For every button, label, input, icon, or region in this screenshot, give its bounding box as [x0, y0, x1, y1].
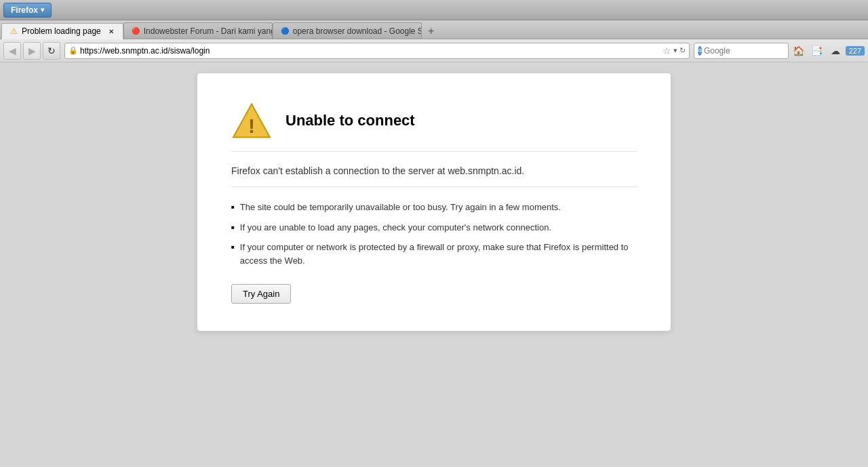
error-card: ! Unable to connect Firefox can't establ… — [197, 73, 671, 331]
error-title: Unable to connect — [285, 112, 415, 129]
user-count: 227 — [849, 47, 861, 55]
nav-bar: ◀ ▶ ↻ 🔒 ☆ ▾ ↻ G 🏠 📑 ☁ 227 — [0, 39, 868, 62]
sync-button[interactable]: ☁ — [827, 43, 844, 59]
url-input[interactable] — [80, 46, 660, 56]
reload-icon[interactable]: ↻ — [679, 46, 686, 55]
tab-google-icon: 🔵 — [280, 26, 290, 36]
bookmark-down-icon[interactable]: ▾ — [673, 46, 677, 55]
tab-label: opera browser download - Google Se... — [293, 26, 422, 36]
user-count-badge[interactable]: 227 — [846, 46, 865, 56]
error-header: ! Unable to connect — [231, 100, 637, 152]
tab-label: Indowebster Forum - Dari kami yang ... — [144, 26, 273, 36]
home-button[interactable]: 🏠 — [791, 43, 807, 59]
bullet-text: If your computer or network is protected… — [240, 241, 637, 267]
tab-indowebster[interactable]: 🔴 Indowebster Forum - Dari kami yang ...… — [123, 22, 273, 39]
back-button[interactable]: ◀ — [3, 42, 21, 60]
firefox-label: Firefox — [11, 5, 38, 15]
tab-label: Problem loading page — [22, 26, 101, 36]
firefox-menu-button[interactable]: Firefox — [3, 3, 52, 18]
error-list: The site could be temporarily unavailabl… — [231, 201, 637, 267]
warning-triangle-icon: ! — [231, 100, 272, 141]
tab-close-button[interactable]: ✕ — [106, 26, 116, 36]
title-bar: Firefox — [0, 0, 868, 20]
error-subtitle: Firefox can't establish a connection to … — [231, 165, 637, 187]
tab-bar: ⚠ Problem loading page ✕ 🔴 Indowebster F… — [0, 20, 868, 39]
lock-icon: 🔒 — [68, 46, 78, 55]
bullet-text: If you are unable to load any pages, che… — [240, 221, 551, 235]
forward-button[interactable]: ▶ — [23, 42, 41, 60]
error-bullet-1: The site could be temporarily unavailabl… — [231, 201, 637, 214]
tab-red-icon: 🔴 — [131, 26, 140, 36]
tab-warning-icon: ⚠ — [9, 26, 18, 36]
tab-opera-search[interactable]: 🔵 opera browser download - Google Se... … — [273, 22, 422, 39]
svg-text:!: ! — [248, 115, 255, 137]
google-icon: G — [698, 46, 702, 56]
tab-problem-loading[interactable]: ⚠ Problem loading page ✕ — [1, 23, 123, 39]
try-again-button[interactable]: Try Again — [231, 284, 291, 304]
bookmark-icon[interactable]: ☆ — [663, 45, 671, 56]
url-bar-container: 🔒 ☆ ▾ ↻ — [64, 43, 690, 59]
error-bullet-2: If you are unable to load any pages, che… — [231, 221, 637, 235]
refresh-button[interactable]: ↻ — [43, 42, 60, 60]
toolbar-right: 🏠 📑 ☁ 227 — [791, 43, 865, 59]
new-tab-button[interactable]: + — [424, 24, 439, 39]
search-container: G — [694, 43, 789, 59]
bullet-text: The site could be temporarily unavailabl… — [240, 201, 561, 214]
error-bullet-3: If your computer or network is protected… — [231, 241, 637, 267]
bookmarks-button[interactable]: 📑 — [809, 43, 825, 59]
page-content: ! Unable to connect Firefox can't establ… — [0, 62, 868, 467]
